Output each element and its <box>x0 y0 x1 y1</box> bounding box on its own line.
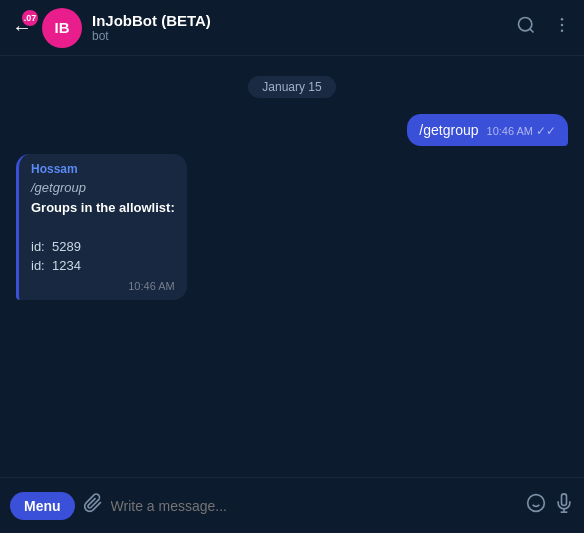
bot-subtitle: bot <box>92 29 516 43</box>
cmd-line: /getgroup <box>31 180 86 195</box>
attach-icon[interactable] <box>83 493 103 518</box>
date-separator: January 15 <box>16 76 568 98</box>
allowlist-header: Groups in the allowlist: <box>31 200 175 215</box>
sender-name: Hossam <box>31 162 175 176</box>
svg-point-0 <box>519 18 532 31</box>
svg-point-2 <box>561 18 564 21</box>
svg-point-3 <box>561 24 564 27</box>
outgoing-text: /getgroup <box>419 122 478 138</box>
svg-line-1 <box>530 29 534 33</box>
message-input[interactable] <box>111 498 518 514</box>
message-ticks: ✓✓ <box>536 124 556 138</box>
header-info: InJobBot (BETA) bot <box>92 12 516 43</box>
avatar: IB <box>42 8 82 48</box>
mic-icon[interactable] <box>554 493 574 518</box>
svg-point-4 <box>561 30 564 33</box>
input-bar: Menu <box>0 477 584 533</box>
incoming-time: 10:46 AM <box>128 280 174 292</box>
svg-point-5 <box>528 495 545 512</box>
chat-header: ← .07 IB InJobBot (BETA) bot <box>0 0 584 56</box>
date-pill: January 15 <box>248 76 335 98</box>
incoming-bubble: Hossam /getgroup Groups in the allowlist… <box>16 154 187 300</box>
menu-button[interactable]: Menu <box>10 492 75 520</box>
header-actions <box>516 15 572 40</box>
unread-badge: .07 <box>22 10 38 26</box>
id-line-2: id: 1234 <box>31 258 81 273</box>
incoming-meta: 10:46 AM <box>31 280 175 292</box>
chat-area: January 15 /getgroup 10:46 AM ✓✓ Hossam … <box>0 56 584 477</box>
message-time: 10:46 AM <box>487 125 533 137</box>
incoming-text: /getgroup Groups in the allowlist: id: 5… <box>31 178 175 276</box>
incoming-message: Hossam /getgroup Groups in the allowlist… <box>16 154 568 300</box>
message-meta: 10:46 AM ✓✓ <box>487 124 556 138</box>
emoji-icon[interactable] <box>526 493 546 518</box>
outgoing-message: /getgroup 10:46 AM ✓✓ <box>16 114 568 146</box>
id-line-1: id: 5289 <box>31 239 81 254</box>
back-button[interactable]: ← .07 <box>12 16 32 39</box>
outgoing-bubble: /getgroup 10:46 AM ✓✓ <box>407 114 568 146</box>
bot-name: InJobBot (BETA) <box>92 12 516 29</box>
more-options-icon[interactable] <box>552 15 572 40</box>
search-icon[interactable] <box>516 15 536 40</box>
